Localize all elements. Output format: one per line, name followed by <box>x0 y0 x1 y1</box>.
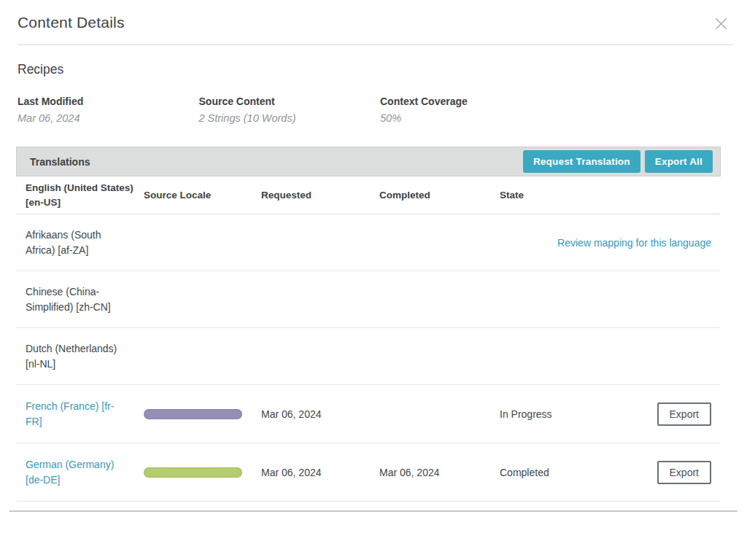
meta-last-modified: Last Modified Mar 06, 2024 <box>18 96 199 124</box>
request-translation-button[interactable]: Request Translation <box>523 150 640 173</box>
export-button[interactable]: Export <box>657 461 711 484</box>
requested-date: Mar 06, 2024 <box>261 408 379 420</box>
page-title: Content Details <box>18 14 125 31</box>
meta-context-coverage: Context Coverage 50% <box>380 96 562 124</box>
meta-label: Context Coverage <box>380 96 562 107</box>
language-link[interactable]: French (France) [fr-FR] <box>26 399 123 429</box>
column-header-state: State <box>500 190 609 201</box>
translations-table: English (United States) [en-US] Source L… <box>16 176 721 502</box>
state-label: In Progress <box>500 408 609 420</box>
table-row: French (France) [fr-FR] Mar 06, 2024 In … <box>16 385 721 443</box>
column-header-completed: Completed <box>379 190 500 201</box>
translations-title: Translations <box>30 156 90 168</box>
export-button[interactable]: Export <box>657 402 711 426</box>
language-label: Dutch (Netherlands) [nl-NL] <box>26 341 123 371</box>
header-divider <box>18 44 733 45</box>
progress-bar <box>144 409 242 419</box>
completed-date: Mar 06, 2024 <box>379 467 500 478</box>
meta-label: Source Content <box>199 96 381 107</box>
close-icon <box>713 23 729 34</box>
modal-header: Content Details <box>0 0 747 34</box>
table-header-row: English (United States) [en-US] Source L… <box>16 176 721 214</box>
table-row: Dutch (Netherlands) [nl-NL] <box>16 328 721 385</box>
column-header-requested: Requested <box>261 190 379 201</box>
language-link[interactable]: German (Germany) [de-DE] <box>26 457 123 487</box>
state-label: Completed <box>500 467 609 478</box>
export-all-button[interactable]: Export All <box>645 150 713 173</box>
close-button[interactable] <box>711 14 731 34</box>
column-header-source-locale: Source Locale <box>144 190 261 201</box>
table-row: Afrikaans (South Africa) [af-ZA] Review … <box>16 214 721 271</box>
meta-label: Last Modified <box>18 96 199 107</box>
table-row: Chinese (China-Simplified) [zh-CN] <box>16 271 721 328</box>
meta-value: 2 Strings (10 Words) <box>199 112 381 124</box>
requested-date: Mar 06, 2024 <box>261 467 379 478</box>
progress-bar <box>144 467 242 478</box>
review-mapping-link[interactable]: Review mapping for this language <box>500 237 711 249</box>
table-row: German (Germany) [de-DE] Mar 06, 2024 Ma… <box>16 443 721 502</box>
language-label: Afrikaans (South Africa) [af-ZA] <box>26 228 123 257</box>
translations-actions: Request Translation Export All <box>523 150 713 173</box>
meta-value: 50% <box>380 112 562 124</box>
content-meta: Last Modified Mar 06, 2024 Source Conten… <box>18 96 729 124</box>
language-label: Chinese (China-Simplified) [zh-CN] <box>26 284 123 314</box>
content-name: Recipes <box>18 62 729 77</box>
translations-header-bar: Translations Request Translation Export … <box>16 147 721 176</box>
meta-source-content: Source Content 2 Strings (10 Words) <box>199 96 381 124</box>
meta-value: Mar 06, 2024 <box>18 112 199 124</box>
bottom-divider <box>9 510 738 512</box>
column-header-source-language: English (United States) [en-US] <box>26 181 141 209</box>
